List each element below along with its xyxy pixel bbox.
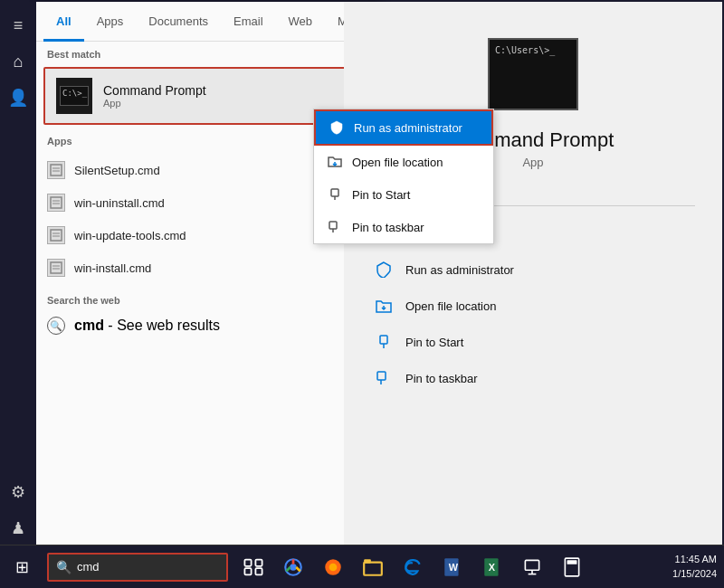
context-run-as-admin[interactable]: Run as administrator (314, 109, 493, 146)
svg-rect-25 (255, 559, 262, 565)
shield-icon (371, 261, 396, 279)
taskbar-search-box[interactable]: 🔍 (47, 553, 228, 582)
svg-rect-24 (244, 559, 251, 565)
calculator-icon[interactable] (554, 549, 590, 585)
context-menu: Run as administrator Open file location … (313, 109, 494, 244)
svg-rect-45 (567, 560, 577, 564)
firefox-icon[interactable] (315, 549, 351, 585)
chrome-icon[interactable] (275, 549, 311, 585)
sidebar-user[interactable]: 👤 (2, 81, 34, 114)
context-pin-to-start[interactable]: Pin to Start (314, 178, 493, 211)
pin-to-taskbar-label: Pin to taskbar (405, 372, 478, 385)
pin-icon (371, 333, 396, 351)
svg-rect-20 (380, 336, 387, 344)
right-menu-open-file-location[interactable]: Open file location (371, 288, 695, 324)
taskbar-right: 11:45 AM1/15/2024 (672, 553, 724, 581)
right-menu-pin-to-taskbar[interactable]: Pin to taskbar (371, 360, 695, 396)
svg-rect-15 (329, 222, 337, 229)
svg-rect-13 (331, 189, 338, 196)
svg-rect-3 (51, 197, 62, 208)
tab-all[interactable]: All (43, 2, 84, 42)
sidebar: ≡ ⌂ 👤 ⚙ ♟ (0, 2, 36, 545)
svg-rect-6 (51, 230, 62, 241)
taskbar-icons: W X (235, 549, 590, 585)
tab-apps[interactable]: Apps (84, 2, 137, 42)
svg-rect-22 (377, 372, 386, 380)
right-menu-run-as-admin[interactable]: Run as administrator (371, 251, 695, 288)
right-menu-pin-to-start[interactable]: Pin to Start (371, 324, 695, 360)
open-file-location-label: Open file location (352, 156, 443, 169)
search-panel: All Apps Documents Email Web More ▾ 5 🏆 … (36, 2, 380, 545)
task-view-icon[interactable] (235, 549, 272, 585)
svg-rect-27 (255, 568, 262, 574)
svg-line-32 (286, 567, 290, 571)
taskbar-time: 11:45 AM1/15/2024 (672, 553, 717, 581)
list-item[interactable]: win-install.cmd › (36, 251, 380, 284)
search-web-item[interactable]: 🔍 cmd - See web results › (36, 309, 380, 342)
tab-documents[interactable]: Documents (136, 2, 221, 42)
tab-email[interactable]: Email (221, 2, 276, 42)
pin-to-start-label: Pin to Start (405, 336, 463, 349)
best-match-subtitle: App (103, 98, 206, 109)
sidebar-settings[interactable]: ⚙ (2, 476, 34, 508)
svg-text:W: W (449, 562, 459, 573)
best-match-title: Command Prompt (103, 83, 206, 98)
search-input[interactable] (77, 560, 219, 574)
pin-taskbar-icon (325, 218, 345, 236)
run-as-admin-label: Run as administrator (354, 121, 462, 135)
excel-icon[interactable]: X (474, 549, 510, 585)
pin-to-start-label: Pin to Start (352, 188, 410, 202)
network-icon[interactable] (514, 549, 550, 585)
pin-taskbar-icon (371, 369, 396, 387)
context-open-file-location[interactable]: Open file location (314, 146, 493, 178)
run-as-admin-label: Run as administrator (405, 263, 514, 277)
sidebar-person[interactable]: ♟ (2, 512, 34, 545)
svg-line-31 (296, 567, 300, 571)
right-panel-subtitle: App (522, 156, 543, 169)
best-match-text: Command Prompt App (103, 83, 206, 109)
start-button[interactable]: ⊞ (0, 545, 43, 589)
context-pin-to-taskbar[interactable]: Pin to taskbar (314, 211, 493, 243)
file-icon (47, 161, 65, 179)
svg-rect-26 (244, 568, 251, 574)
best-match-label: Best match (36, 42, 380, 63)
app-name: SilentSetup.cmd (74, 164, 160, 177)
file-icon (47, 226, 65, 244)
search-icon: 🔍 (47, 317, 65, 335)
explorer-icon[interactable] (355, 549, 391, 585)
shield-icon (327, 119, 347, 137)
svg-rect-0 (51, 165, 62, 175)
pin-icon (325, 185, 345, 204)
folder-icon (371, 297, 396, 315)
right-panel: C:\Users\>_ Command Prompt App Open Run … (344, 2, 722, 545)
file-icon (47, 259, 65, 277)
taskbar: ⊞ 🔍 W X 11:45 AM1/15 (0, 545, 724, 588)
pin-to-taskbar-label: Pin to taskbar (352, 221, 424, 234)
folder-icon (325, 153, 345, 171)
file-icon (47, 194, 65, 212)
sidebar-home[interactable]: ⌂ (2, 45, 34, 78)
cmd-preview-image: C:\Users\>_ (488, 38, 578, 110)
edge-icon[interactable] (395, 549, 431, 585)
cmd-icon: C:\>_ (56, 78, 92, 114)
search-icon: 🔍 (56, 560, 71, 574)
svg-point-29 (290, 564, 297, 571)
app-name: win-uninstall.cmd (74, 196, 165, 210)
app-name: win-install.cmd (74, 261, 151, 275)
sidebar-hamburger[interactable]: ≡ (2, 9, 34, 42)
svg-rect-36 (364, 559, 371, 563)
tab-web[interactable]: Web (276, 2, 326, 42)
app-name: win-update-tools.cmd (74, 229, 186, 242)
svg-rect-9 (51, 262, 62, 273)
svg-rect-41 (525, 560, 538, 570)
svg-text:X: X (489, 562, 496, 573)
search-web-text: cmd - See web results (74, 318, 220, 334)
svg-point-34 (329, 563, 338, 571)
open-file-location-label: Open file location (405, 299, 496, 313)
search-web-label: Search the web (36, 288, 380, 309)
word-icon[interactable]: W (434, 549, 471, 585)
tabs-bar: All Apps Documents Email Web More ▾ 5 🏆 … (36, 2, 380, 42)
svg-rect-35 (364, 562, 382, 574)
